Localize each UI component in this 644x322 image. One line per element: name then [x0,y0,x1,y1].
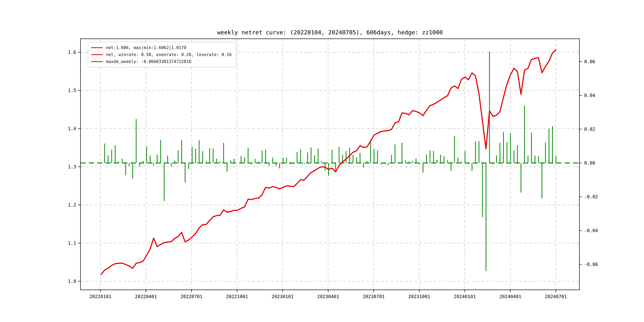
y-left-tick-label: 1.4 [68,126,76,131]
y-left-tick-label: 1.5 [68,88,76,93]
legend-label: net, winrate: 0.58, evenrate: 0.26, lose… [106,52,232,57]
y-right-tick-label: -0.04 [584,228,598,233]
red-line-swatch-icon [91,61,103,62]
x-tick-label: 20220101 [90,294,112,299]
legend-box: net:1.606, max|min:1.6062|1.0178 net, wi… [88,42,236,68]
x-tick-label: 20240701 [545,294,567,299]
net-curve-line [101,50,556,274]
y-right-tick-label: 0.02 [584,126,595,132]
x-tick-label: 20230701 [363,294,385,299]
red-line-swatch-icon [91,54,103,55]
y-right-tick-label: 0.06 [584,59,595,64]
y-right-tick-label: -0.06 [584,262,598,267]
legend-item-net: net:1.606, max|min:1.6062|1.0178 [91,44,232,51]
y-right-tick-label: -0.02 [584,194,598,199]
y-left-tick-label: 1.3 [68,164,76,169]
x-tick-label: 20221001 [226,294,248,299]
y-right-tick-label: 0.04 [584,93,595,98]
legend-label: maxdd_weekly: -0.06603381374722816 [106,59,192,64]
x-tick-label: 20231001 [408,294,430,299]
legend-item-winrate: net, winrate: 0.58, evenrate: 0.26, lose… [91,51,232,58]
legend-item-maxdd: maxdd_weekly: -0.06603381374722816 [91,58,232,65]
plot-border [80,39,580,290]
x-tick-label: 20230101 [272,294,294,299]
legend-label: net:1.606, max|min:1.6062|1.0178 [106,45,186,50]
x-tick-label: 20240401 [499,294,521,299]
y-right-tick-label: 0.00 [584,160,595,166]
x-tick-label: 20230401 [317,294,339,299]
y-left-tick-label: 1.6 [68,50,76,55]
y-left-tick-label: 1.0 [68,279,76,284]
y-left-tick-label: 1.2 [68,202,76,208]
x-tick-label: 20240101 [454,294,476,299]
y-left-tick-label: 1.1 [68,240,76,246]
red-line-swatch-icon [91,47,103,48]
x-tick-label: 20220701 [180,294,202,299]
x-tick-label: 20220401 [135,294,157,299]
figure-canvas: weekly netret curve: (20220104, 20240705… [0,0,644,322]
